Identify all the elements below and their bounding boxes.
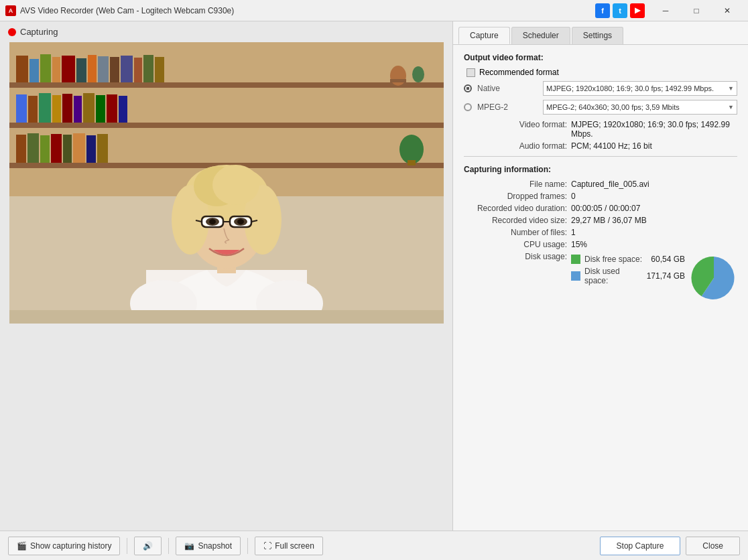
svg-rect-16: [143, 55, 153, 82]
svg-point-55: [237, 219, 244, 224]
disk-usage-details: Disk free space: 60,54 GB Disk used spac…: [571, 252, 737, 301]
svg-rect-37: [390, 79, 406, 82]
btn-separator-2: [168, 538, 169, 554]
minimize-button[interactable]: ─: [650, 1, 681, 21]
disk-free-value: 60,54 GB: [651, 255, 685, 264]
disk-usage-label: Disk usage:: [464, 252, 571, 261]
tab-scheduler[interactable]: Scheduler: [511, 27, 570, 44]
svg-point-52: [209, 219, 216, 224]
fullscreen-icon: ⛶: [263, 541, 271, 551]
mpeg2-dropdown-value: MPEG-2; 640x360; 30,00 fps; 3,59 Mbits: [546, 103, 680, 111]
svg-rect-22: [62, 94, 72, 123]
svg-rect-29: [27, 133, 39, 163]
svg-rect-11: [88, 55, 97, 82]
disk-usage-section: Disk free space: 60,54 GB Disk used spac…: [571, 255, 737, 301]
close-button[interactable]: ✕: [712, 1, 743, 21]
mpeg2-dropdown[interactable]: MPEG-2; 640x360; 30,00 fps; 3,59 Mbits ▼: [543, 100, 737, 115]
youtube-icon[interactable]: ▶: [630, 3, 645, 18]
video-format-label: Video format:: [464, 120, 571, 129]
volume-button[interactable]: 🔊: [134, 537, 162, 555]
cpu-usage-label: CPU usage:: [464, 240, 571, 249]
recommended-checkbox[interactable]: [466, 68, 475, 77]
video-format-value: MJPEG; 1920x1080; 16:9; 30.0 fps; 1492.9…: [571, 120, 737, 139]
capturing-label: Capturing: [20, 27, 58, 37]
svg-rect-34: [86, 135, 96, 163]
svg-rect-8: [52, 57, 60, 82]
twitter-icon[interactable]: t: [613, 3, 627, 18]
native-dropdown[interactable]: MJPEG; 1920x1080; 16:9; 30.0 fps; 1492.9…: [543, 81, 737, 96]
capturing-indicator: Capturing: [0, 21, 452, 42]
svg-rect-21: [52, 95, 61, 123]
svg-rect-40: [408, 160, 416, 165]
disk-used-label: Disk used space:: [584, 267, 643, 285]
num-files-label: Number of files:: [464, 228, 571, 237]
svg-rect-63: [9, 310, 444, 324]
video-frame: [9, 42, 444, 324]
mpeg2-format-row: MPEG-2 MPEG-2; 640x360; 30,00 fps; 3,59 …: [464, 100, 737, 115]
video-content: [9, 42, 444, 324]
video-duration-row: Recorded video duration: 00:00:05 / 00:0…: [464, 204, 737, 213]
svg-rect-20: [39, 93, 51, 123]
native-radio[interactable]: [464, 84, 472, 92]
disk-free-row: Disk free space: 60,54 GB: [571, 255, 685, 264]
capturing-info-section: Capturing information: File name: Captur…: [464, 165, 737, 301]
tab-capture[interactable]: Capture: [458, 27, 510, 44]
disk-used-row: Disk used space: 171,74 GB: [571, 267, 685, 285]
btn-separator-1: [127, 538, 127, 554]
native-label: Native: [477, 84, 538, 93]
history-icon: 🎬: [17, 541, 27, 551]
history-button[interactable]: 🎬 Show capturing history: [8, 537, 120, 555]
section-divider: [464, 156, 737, 157]
tabs-bar: Capture Scheduler Settings: [453, 21, 748, 44]
disk-legend: Disk free space: 60,54 GB Disk used spac…: [571, 255, 685, 288]
file-name-value: Captured_file_005.avi: [571, 180, 649, 189]
svg-rect-33: [73, 133, 85, 163]
video-area: [0, 42, 452, 324]
video-duration-value: 00:00:05 / 00:00:07: [571, 204, 640, 213]
dropped-frames-label: Dropped frames:: [464, 192, 571, 201]
disk-free-color-box: [571, 255, 580, 264]
right-panel: Capture Scheduler Settings Output video …: [453, 21, 748, 531]
svg-rect-35: [97, 134, 108, 163]
snapshot-button[interactable]: 📷 Snapshot: [176, 537, 241, 555]
svg-rect-31: [51, 134, 62, 163]
tab-settings[interactable]: Settings: [572, 27, 623, 44]
video-size-value: 29,27 MB / 36,07 MB: [571, 216, 647, 225]
svg-rect-15: [134, 58, 142, 82]
svg-rect-18: [16, 94, 27, 123]
btn-separator-3: [247, 538, 248, 554]
facebook-icon[interactable]: f: [595, 3, 610, 18]
disk-pie-chart: [690, 255, 737, 301]
num-files-row: Number of files: 1: [464, 228, 737, 237]
svg-rect-3: [9, 123, 444, 128]
mpeg2-dropdown-arrow: ▼: [728, 104, 734, 111]
capturing-info-title: Capturing information:: [464, 165, 737, 174]
audio-format-row: Audio format: PCM; 44100 Hz; 16 bit: [464, 141, 737, 151]
video-bottom-area: [0, 324, 452, 531]
svg-rect-30: [40, 135, 50, 163]
history-label: Show capturing history: [30, 541, 111, 551]
video-panel: Capturing: [0, 21, 453, 531]
svg-rect-26: [107, 94, 117, 123]
stop-capture-button[interactable]: Stop Capture: [600, 537, 681, 555]
native-dropdown-arrow: ▼: [728, 85, 734, 92]
mpeg2-label: MPEG-2: [477, 102, 538, 112]
audio-format-value: PCM; 44100 Hz; 16 bit: [571, 141, 652, 151]
svg-rect-13: [110, 57, 119, 82]
bottom-bar: 🎬 Show capturing history 🔊 📷 Snapshot ⛶ …: [0, 531, 748, 560]
video-duration-label: Recorded video duration:: [464, 204, 571, 213]
video-size-row: Recorded video size: 29,27 MB / 36,07 MB: [464, 216, 737, 225]
mpeg2-radio[interactable]: [464, 103, 472, 111]
file-name-label: File name:: [464, 180, 571, 189]
close-bottom-button[interactable]: Close: [686, 537, 740, 555]
svg-rect-7: [40, 54, 51, 82]
recommended-label: Recommended format: [479, 68, 559, 77]
fullscreen-button[interactable]: ⛶ Full screen: [255, 537, 323, 555]
native-dropdown-value: MJPEG; 1920x1080; 16:9; 30.0 fps; 1492.9…: [546, 84, 714, 92]
social-icons: f t ▶: [595, 3, 645, 18]
app-icon: A: [5, 5, 16, 16]
recording-dot: [8, 28, 16, 36]
recommended-format-row: Recommended format: [466, 68, 737, 77]
restore-button[interactable]: □: [681, 1, 712, 21]
video-size-label: Recorded video size:: [464, 216, 571, 225]
